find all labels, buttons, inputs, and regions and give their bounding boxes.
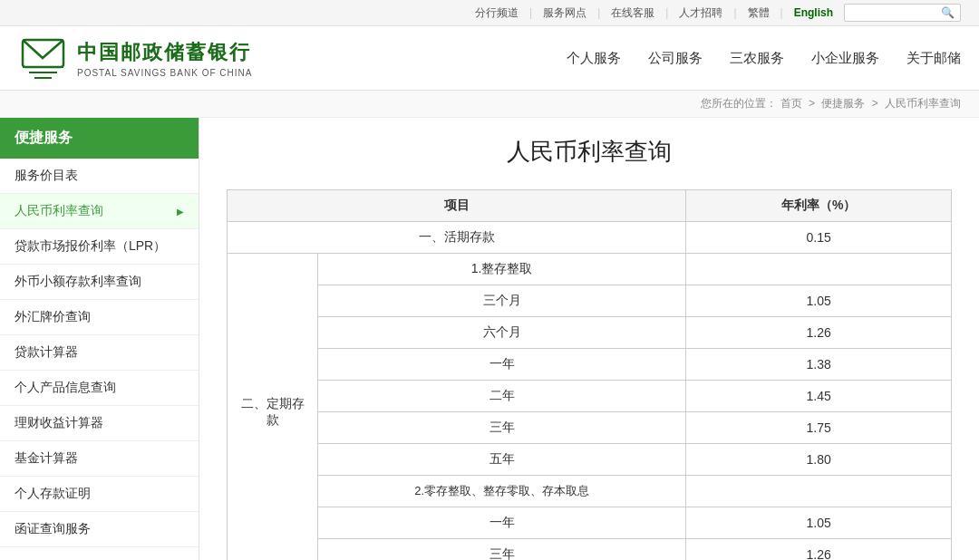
table-row: 三年 1.26 [228, 539, 952, 561]
divider-2: | [597, 6, 600, 19]
sidebar-item-foreign-small[interactable]: 外币小额存款利率查询 [0, 265, 199, 300]
main-content: 人民币利率查询 项目 年利率（%） 一、活期存款 0.15 二、定期存款 1.整… [199, 118, 979, 560]
row-6month-label: 六个月 [318, 317, 686, 349]
service-outlet-link[interactable]: 服务网点 [543, 5, 586, 21]
nav-corporate[interactable]: 公司服务 [648, 46, 703, 71]
table-row: 二年 1.45 [228, 381, 952, 412]
sidebar-item-product-info-label: 个人产品信息查询 [15, 380, 116, 396]
row-1year-label: 一年 [318, 349, 686, 381]
col-header-item: 项目 [228, 190, 686, 222]
table-row: 一、活期存款 0.15 [228, 222, 952, 254]
traditional-chinese-link[interactable]: 繁體 [748, 5, 770, 21]
sidebar-header: 便捷服务 [0, 118, 199, 159]
sidebar-item-wealth-calc-label: 理财收益计算器 [15, 415, 103, 431]
search-box[interactable]: 🔍 [844, 4, 961, 22]
branch-channel-link[interactable]: 分行频道 [475, 5, 519, 21]
sidebar: 便捷服务 服务价目表 人民币利率查询 ▶ 贷款市场报价利率（LPR） 外币小额存… [0, 118, 199, 560]
divider-5: | [780, 6, 783, 19]
sidebar-item-rmb-rate-arrow: ▶ [177, 207, 184, 217]
sidebar-item-lpr[interactable]: 贷款市场报价利率（LPR） [0, 229, 199, 265]
search-icon[interactable]: 🔍 [941, 6, 955, 19]
row-2year-rate: 1.45 [686, 381, 952, 412]
page-layout: 便捷服务 服务价目表 人民币利率查询 ▶ 贷款市场报价利率（LPR） 外币小额存… [0, 118, 979, 560]
breadcrumb-current: 人民币利率查询 [885, 97, 961, 110]
divider-1: | [529, 6, 532, 19]
online-service-link[interactable]: 在线客服 [611, 5, 654, 21]
nav-personal[interactable]: 个人服务 [567, 46, 621, 71]
divider-3: | [665, 6, 668, 19]
row-demand-deposit-label: 一、活期存款 [228, 222, 686, 254]
table-header-row: 项目 年利率（%） [228, 190, 952, 222]
sidebar-item-lpr-label: 贷款市场报价利率（LPR） [15, 238, 166, 255]
sidebar-item-wealth-calc[interactable]: 理财收益计算器 [0, 406, 199, 441]
breadcrumb-sep-2: > [872, 97, 881, 110]
rate-table: 项目 年利率（%） 一、活期存款 0.15 二、定期存款 1.整存整取 [227, 189, 952, 560]
header: 中国邮政储蓄银行 POSTAL SAVINGS BANK OF CHINA 个人… [0, 26, 979, 91]
row-5year-label: 五年 [318, 444, 686, 476]
row-demand-deposit-rate: 0.15 [686, 222, 952, 254]
sidebar-item-price-list-label: 服务价目表 [15, 168, 78, 184]
table-row: 三年 1.75 [228, 412, 952, 444]
row-fixed-deposit-label: 二、定期存款 [228, 254, 318, 561]
sidebar-item-product-info[interactable]: 个人产品信息查询 [0, 371, 199, 406]
row-zero-deposit-rate [686, 476, 952, 507]
row-fixed-type1-label: 1.整存整取 [318, 254, 686, 285]
row-zero-1year-rate: 1.05 [686, 507, 952, 539]
nav-agriculture[interactable]: 三农服务 [730, 46, 784, 71]
sidebar-item-confirmation-label: 函证查询服务 [15, 521, 91, 537]
row-2year-label: 二年 [318, 381, 686, 412]
row-zero-1year-label: 一年 [318, 507, 686, 539]
sidebar-item-loan-calc-label: 贷款计算器 [15, 344, 78, 361]
breadcrumb-home[interactable]: 首页 [780, 97, 802, 110]
row-zero-3year-label: 三年 [318, 539, 686, 561]
table-row: 三个月 1.05 [228, 285, 952, 317]
sidebar-item-rmb-rate-label: 人民币利率查询 [15, 203, 103, 219]
table-row: 六个月 1.26 [228, 317, 952, 349]
divider-4: | [733, 6, 736, 19]
table-row: 一年 1.05 [228, 507, 952, 539]
table-row: 2.零存整取、整存零取、存本取息 [228, 476, 952, 507]
sidebar-item-foreign-small-label: 外币小额存款利率查询 [15, 274, 141, 290]
english-link[interactable]: English [794, 6, 833, 19]
page-title: 人民币利率查询 [227, 136, 952, 168]
sidebar-item-confirmation[interactable]: 函证查询服务 [0, 512, 199, 547]
row-zero-deposit-label: 2.零存整取、整存零取、存本取息 [318, 476, 686, 507]
row-1year-rate: 1.38 [686, 349, 952, 381]
row-3month-rate: 1.05 [686, 285, 952, 317]
row-3year-rate: 1.75 [686, 412, 952, 444]
sidebar-item-loan-calc[interactable]: 贷款计算器 [0, 335, 199, 371]
breadcrumb-prefix: 您所在的位置： [701, 97, 777, 110]
logo-area: 中国邮政储蓄银行 POSTAL SAVINGS BANK OF CHINA [18, 35, 252, 81]
sidebar-item-exchange-label: 外汇牌价查询 [15, 309, 91, 325]
breadcrumb-sep-1: > [809, 97, 818, 110]
sidebar-item-deposit-cert[interactable]: 个人存款证明 [0, 477, 199, 512]
col-header-rate: 年利率（%） [686, 190, 952, 222]
breadcrumb-bar: 您所在的位置： 首页 > 便捷服务 > 人民币利率查询 [0, 91, 979, 118]
sidebar-item-rmb-rate[interactable]: 人民币利率查询 ▶ [0, 194, 199, 229]
table-row: 一年 1.38 [228, 349, 952, 381]
logo-text-area: 中国邮政储蓄银行 POSTAL SAVINGS BANK OF CHINA [77, 39, 252, 78]
sidebar-item-fund-calc[interactable]: 基金计算器 [0, 441, 199, 477]
row-6month-rate: 1.26 [686, 317, 952, 349]
breadcrumb-convenient-service[interactable]: 便捷服务 [821, 97, 865, 110]
row-fixed-type1-rate [686, 254, 952, 285]
row-3month-label: 三个月 [318, 285, 686, 317]
sidebar-item-exchange[interactable]: 外汇牌价查询 [0, 300, 199, 335]
row-zero-3year-rate: 1.26 [686, 539, 952, 561]
sidebar-item-deposit-cert-label: 个人存款证明 [15, 486, 91, 502]
sidebar-item-price-list[interactable]: 服务价目表 [0, 159, 199, 194]
main-nav: 个人服务 公司服务 三农服务 小企业服务 关于邮储 [567, 46, 961, 71]
logo-english-name: POSTAL SAVINGS BANK OF CHINA [77, 68, 252, 78]
search-input[interactable] [850, 6, 941, 19]
logo-chinese-name: 中国邮政储蓄银行 [77, 39, 252, 66]
table-row: 二、定期存款 1.整存整取 [228, 254, 952, 285]
sidebar-item-fund-calc-label: 基金计算器 [15, 450, 78, 467]
row-3year-label: 三年 [318, 412, 686, 444]
bank-logo-icon [18, 35, 68, 81]
row-5year-rate: 1.80 [686, 444, 952, 476]
top-bar: 分行频道 | 服务网点 | 在线客服 | 人才招聘 | 繁體 | English… [0, 0, 979, 26]
talent-recruit-link[interactable]: 人才招聘 [679, 5, 722, 21]
table-row: 五年 1.80 [228, 444, 952, 476]
nav-about[interactable]: 关于邮储 [906, 46, 961, 71]
nav-small-enterprise[interactable]: 小企业服务 [811, 46, 879, 71]
